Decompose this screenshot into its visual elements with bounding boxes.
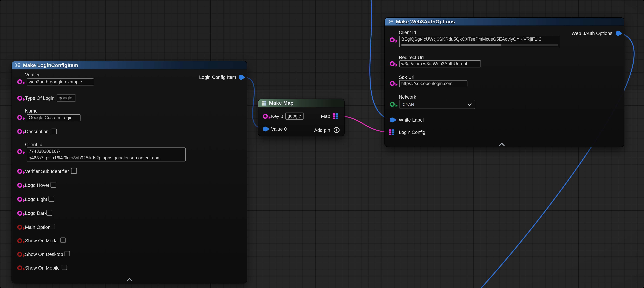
logo-hover-input[interactable]	[50, 182, 56, 188]
map-grid-pin-icon[interactable]	[333, 113, 339, 119]
pin-label-logo-hover: Logo Hover	[25, 182, 50, 188]
output-pin-login-config-item[interactable]	[239, 75, 244, 80]
verifier-input[interactable]: web3auth-google-example	[27, 78, 94, 86]
blueprint-canvas[interactable]: Make LoginConfigItem Login Config Item V…	[0, 0, 644, 288]
show-on-modal-checkbox[interactable]	[60, 237, 66, 243]
pin-label-key-0: Key 0	[271, 113, 283, 119]
pin-redirect-url[interactable]	[390, 61, 395, 66]
pin-label-name: Name	[25, 108, 38, 114]
node-header[interactable]: Make LoginConfigItem	[12, 61, 247, 69]
description-input[interactable]	[51, 129, 56, 134]
main-option-checkbox[interactable]	[50, 224, 55, 229]
pin-label-network: Network	[399, 94, 416, 100]
verifier-sub-identifier-input[interactable]	[71, 168, 77, 174]
pin-logo-dark[interactable]	[17, 211, 22, 216]
logo-light-input[interactable]	[48, 196, 54, 202]
pin-verifier-sub-identifier[interactable]	[17, 169, 22, 174]
key-0-input[interactable]: google	[286, 113, 304, 120]
node-title: Make LoginConfigItem	[23, 62, 78, 68]
add-pin-label: Add pin	[314, 127, 330, 133]
pin-name[interactable]	[17, 115, 22, 120]
pin-label-description: Description	[25, 129, 49, 134]
logo-dark-input[interactable]	[46, 210, 52, 216]
network-selected-value: CYAN	[402, 102, 414, 107]
pin-network[interactable]	[390, 102, 395, 107]
chevron-up-icon[interactable]	[126, 276, 132, 283]
pin-value-0[interactable]	[263, 127, 268, 132]
pin-logo-light[interactable]	[17, 197, 22, 202]
wire-map-to-loginconfig[interactable]	[338, 116, 389, 132]
pin-label-type-of-login: Type Of Login	[25, 95, 54, 101]
pin-type-of-login[interactable]	[17, 96, 22, 101]
node-title: Make Map	[269, 100, 294, 106]
make-struct-icon	[388, 19, 394, 24]
pin-label-value-0: Value 0	[271, 126, 287, 132]
pin-show-on-modal[interactable]	[17, 238, 22, 243]
client-id-input[interactable]: 774338308167-q463s7kpvja16l4l0kko3nb925i…	[27, 148, 186, 161]
node-make-map[interactable]: Make Map Key 0 google Map Value 0 Add pi…	[258, 99, 345, 136]
client-id-input[interactable]: BEglQSgt4cUWcj6SKRdu5QkOXTsePmMcusG5EAoy…	[399, 36, 560, 47]
sdk-url-input[interactable]: https://sdk.openlogin.com	[399, 80, 467, 87]
pin-label-show-on-desktop: Show On Desktop	[25, 251, 63, 257]
pin-label-logo-light: Logo Light	[25, 196, 47, 202]
map-grid-pin-icon[interactable]	[389, 129, 395, 135]
pin-label-show-on-mobile: Show On Mobile	[25, 265, 60, 271]
node-title: Make Web3AuthOptions	[396, 19, 455, 25]
pin-white-label[interactable]	[390, 118, 395, 123]
output-pin-label: Login Config Item	[199, 74, 236, 80]
chevron-up-icon[interactable]	[499, 140, 505, 148]
pin-show-on-desktop[interactable]	[17, 252, 22, 257]
node-header[interactable]: Make Web3AuthOptions	[385, 18, 624, 26]
blueprint-editor: Make LoginConfigItem Login Config Item V…	[0, 0, 644, 288]
pin-logo-hover[interactable]	[17, 183, 22, 188]
show-on-desktop-checkbox[interactable]	[64, 251, 70, 256]
name-input[interactable]: Google Custom Login	[27, 114, 80, 121]
pin-key-0[interactable]	[263, 114, 268, 119]
pin-label-sdk-url: Sdk Url	[399, 74, 414, 80]
pin-label-map: Map	[321, 113, 330, 119]
pin-label-main-option: Main Option	[25, 224, 50, 230]
type-of-login-input[interactable]: google	[57, 95, 76, 102]
pin-label-verifier-sub-identifier: Verifier Sub Identifier	[25, 168, 69, 174]
output-pin-label: Web 3Auth Options	[572, 31, 612, 36]
pin-client-id[interactable]	[390, 37, 395, 42]
client-id-scrollbar[interactable]	[401, 44, 558, 46]
pin-client-id[interactable]	[17, 149, 22, 154]
pin-sdk-url[interactable]	[390, 81, 395, 86]
pin-label-redirect-url: Redirect Url	[399, 55, 424, 60]
scrollbar-thumb[interactable]	[401, 44, 502, 46]
pin-verifier[interactable]	[17, 79, 22, 84]
output-pin-web3auth-options[interactable]	[616, 31, 620, 36]
pin-description[interactable]	[17, 129, 22, 134]
chevron-down-icon	[467, 103, 472, 106]
show-on-mobile-checkbox[interactable]	[62, 264, 67, 270]
pin-label-verifier: Verifier	[25, 72, 40, 78]
map-grid-icon	[262, 100, 266, 105]
node-make-loginconfigitem[interactable]: Make LoginConfigItem Login Config Item V…	[12, 61, 247, 283]
plus-circle-icon[interactable]	[334, 127, 340, 135]
make-struct-icon	[15, 63, 20, 68]
client-id-text: BEglQSgt4cUWcj6SKRdu5QkOXTsePmMcusG5EAoy…	[401, 37, 542, 42]
pin-show-on-mobile[interactable]	[17, 265, 22, 270]
node-make-web3authoptions[interactable]: Make Web3AuthOptions Web 3Auth Options C…	[384, 17, 624, 147]
node-header[interactable]: Make Map	[258, 99, 344, 107]
pin-label-client-id: Client Id	[399, 30, 416, 35]
pin-label-show-on-modal: Show On Modal	[25, 238, 59, 243]
pin-label-logo-dark: Logo Dark	[25, 210, 47, 216]
pin-label-login-config: Login Config	[399, 129, 425, 135]
pin-label-client-id: Client Id	[25, 142, 42, 148]
pin-main-option[interactable]	[17, 225, 22, 230]
redirect-url-input[interactable]: w3a://com.w3a.Web3AuthUnreal	[399, 61, 481, 68]
network-dropdown[interactable]: CYAN	[399, 100, 475, 109]
pin-label-white-label: White Label	[399, 117, 424, 123]
